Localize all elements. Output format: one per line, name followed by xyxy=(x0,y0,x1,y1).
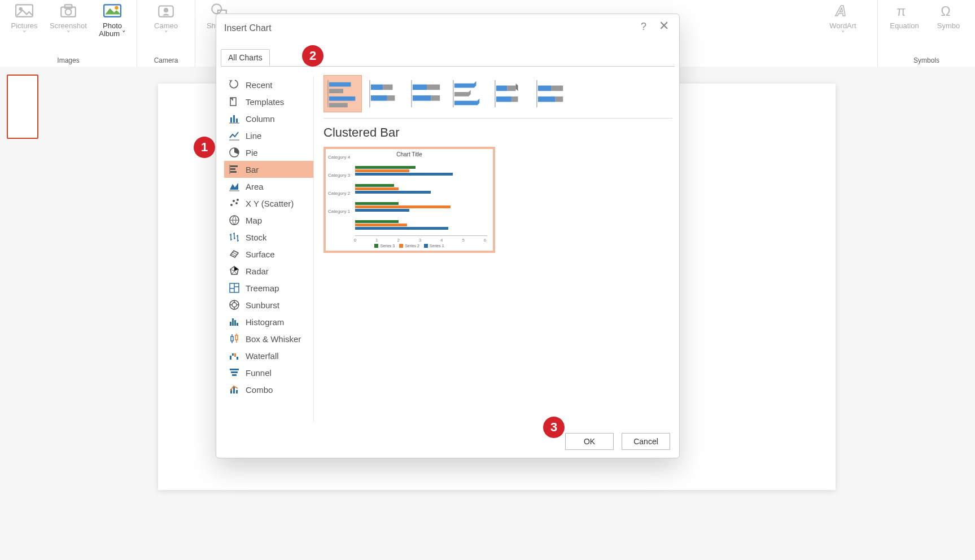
svg-point-21 xyxy=(230,204,233,206)
screenshot-icon xyxy=(59,1,78,20)
chart-preview[interactable]: Chart Title 0123456 Series 3Series 2Seri… xyxy=(323,147,495,253)
svg-rect-54 xyxy=(387,95,395,101)
svg-rect-46 xyxy=(329,82,351,87)
svg-rect-16 xyxy=(236,119,238,123)
sidebar-item-label: Funnel xyxy=(246,368,272,378)
bar-Series2-Category1 xyxy=(355,224,407,226)
clustered-bar-3d-icon xyxy=(451,78,485,110)
slide-thumbnail-panel xyxy=(0,67,45,560)
cameo-icon xyxy=(156,1,176,20)
callout-1: 1 xyxy=(194,137,215,158)
symbol-button[interactable]: Ω Symbo xyxy=(928,1,969,30)
stacked-bar-100-icon xyxy=(409,78,443,110)
dialog-title: Insert Chart xyxy=(224,23,272,33)
svg-text:Ω: Ω xyxy=(941,4,950,19)
tab-strip xyxy=(221,66,675,67)
photo-album-button[interactable]: Photo Album ˅ xyxy=(92,1,133,38)
svg-rect-41 xyxy=(232,374,237,376)
sidebar-item-label: Templates xyxy=(246,97,284,107)
sidebar-item-line[interactable]: Line xyxy=(224,127,313,144)
callout-3: 3 xyxy=(543,417,565,438)
subtype-stacked-bar-100[interactable] xyxy=(407,75,445,112)
legend-item: Series 3 xyxy=(374,244,395,248)
x-tick: 3 xyxy=(419,238,421,243)
sidebar-item-treemap[interactable]: Treemap xyxy=(224,279,313,296)
svg-rect-48 xyxy=(329,97,355,101)
x-tick: 1 xyxy=(375,238,378,243)
sidebar-item-bar[interactable]: Bar xyxy=(224,161,313,178)
dialog-main-pane: Clustered Bar Chart Title 0123456 Series… xyxy=(323,75,672,422)
sidebar-item-scatter[interactable]: X Y (Scatter) xyxy=(224,195,313,212)
sidebar-item-box[interactable]: Box & Whisker xyxy=(224,330,313,347)
svg-point-23 xyxy=(235,202,238,204)
sidebar-item-stock[interactable]: Stock xyxy=(224,229,313,246)
cancel-button[interactable]: Cancel xyxy=(622,433,670,450)
sidebar-item-area[interactable]: Area xyxy=(224,178,313,195)
bar-Series2-Category2 xyxy=(355,205,451,208)
sidebar-item-map[interactable]: Map xyxy=(224,212,313,229)
bar-Series1-Category1 xyxy=(355,227,448,230)
sidebar-item-waterfall[interactable]: Waterfall xyxy=(224,347,313,364)
sidebar-item-label: Line xyxy=(246,131,261,141)
subtype-clustered-bar-3d[interactable] xyxy=(449,75,487,112)
surface-icon xyxy=(229,248,240,260)
sidebar-item-histogram[interactable]: Histogram xyxy=(224,313,313,330)
column-icon xyxy=(229,113,240,124)
photo-album-icon xyxy=(103,1,122,20)
funnel-icon xyxy=(229,367,240,378)
sidebar-item-recent[interactable]: Recent xyxy=(224,76,313,93)
sidebar-item-surface[interactable]: Surface xyxy=(224,246,313,262)
sidebar-item-pie[interactable]: Pie xyxy=(224,144,313,161)
subtype-clustered-bar[interactable] xyxy=(323,75,362,112)
svg-point-24 xyxy=(237,199,239,201)
x-axis xyxy=(355,235,487,236)
dialog-close-button[interactable]: ✕ xyxy=(659,19,669,33)
bar-Series3-Category4 xyxy=(355,166,416,169)
svg-rect-18 xyxy=(230,165,238,167)
histogram-icon xyxy=(229,316,240,327)
subtype-stacked-bar-3d[interactable] xyxy=(491,75,529,112)
callout-2: 2 xyxy=(302,45,323,67)
sidebar-item-combo[interactable]: Combo xyxy=(224,381,313,398)
dialog-help-button[interactable]: ? xyxy=(641,21,646,33)
cameo-label: Cameo xyxy=(154,22,178,30)
svg-rect-33 xyxy=(231,336,233,341)
svg-rect-40 xyxy=(231,371,238,373)
cameo-button[interactable]: Cameo˅ xyxy=(146,1,186,38)
svg-point-4 xyxy=(65,9,72,15)
slide-thumbnail-1[interactable] xyxy=(7,75,38,139)
ok-button[interactable]: OK xyxy=(565,433,614,450)
tab-all-charts[interactable]: All Charts xyxy=(221,49,270,66)
svg-rect-29 xyxy=(230,322,231,326)
sidebar-item-funnel[interactable]: Funnel xyxy=(224,364,313,381)
svg-rect-56 xyxy=(413,85,427,90)
svg-rect-44 xyxy=(236,390,238,393)
subtype-stacked-bar-3d-100[interactable] xyxy=(532,75,571,112)
wordart-button[interactable]: A WordArt˅ xyxy=(823,1,863,38)
recent-icon xyxy=(229,79,240,90)
subtype-stacked-bar[interactable] xyxy=(365,75,404,112)
sidebar-item-label: Surface xyxy=(246,250,275,259)
screenshot-button[interactable]: Screenshot˅ xyxy=(48,1,89,38)
svg-point-9 xyxy=(212,4,221,14)
x-tick: 4 xyxy=(440,238,443,243)
sidebar-item-sunburst[interactable]: Sunburst xyxy=(224,296,313,313)
pictures-button[interactable]: Pictures˅ xyxy=(4,1,45,38)
ribbon-group-text: A WordArt˅ xyxy=(808,0,878,67)
svg-point-22 xyxy=(233,200,235,202)
equation-label: Equation xyxy=(890,22,919,30)
sidebar-item-templates[interactable]: Templates xyxy=(224,93,313,110)
bar-Series3-Category1 xyxy=(355,220,399,223)
bar-Series1-Category4 xyxy=(355,173,453,176)
ribbon-group-symbols: π Equation Ω Symbo Symbols xyxy=(878,0,975,67)
bar-Series1-Category2 xyxy=(355,209,409,212)
svg-rect-31 xyxy=(234,320,236,326)
sidebar-item-label: Sunburst xyxy=(246,300,279,310)
equation-button[interactable]: π Equation xyxy=(884,1,925,30)
svg-rect-39 xyxy=(230,369,239,370)
bar-Series2-Category3 xyxy=(355,187,399,190)
ribbon-group-camera: Cameo˅ Camera xyxy=(137,0,195,67)
sidebar-item-radar[interactable]: Radar xyxy=(224,262,313,279)
sidebar-item-column[interactable]: Column xyxy=(224,110,313,127)
svg-rect-14 xyxy=(230,117,232,123)
